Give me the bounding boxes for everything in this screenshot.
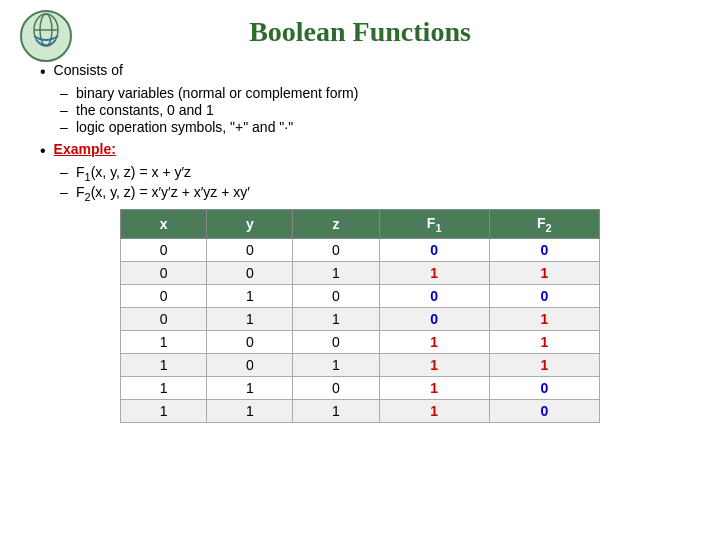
- table-cell: 1: [379, 331, 489, 354]
- formula-f1: F1(x, y, z) = x + y′z: [60, 164, 688, 183]
- table-cell: 0: [121, 285, 207, 308]
- table-cell: 0: [121, 262, 207, 285]
- table-cell: 1: [379, 354, 489, 377]
- table-cell: 0: [489, 400, 599, 423]
- page-header: Boolean Functions: [32, 16, 688, 48]
- table-cell: 0: [207, 331, 293, 354]
- list-item: binary variables (normal or complement f…: [60, 85, 688, 101]
- consists-label: Consists of: [54, 62, 123, 78]
- table-row: 00111: [121, 262, 600, 285]
- table-cell: 1: [207, 285, 293, 308]
- table-row: 11110: [121, 400, 600, 423]
- table-header-row: x y z F1 F2: [121, 209, 600, 239]
- table-row: 01000: [121, 285, 600, 308]
- table-cell: 1: [489, 354, 599, 377]
- table-cell: 1: [207, 400, 293, 423]
- col-header-f1: F1: [379, 209, 489, 239]
- page: Boolean Functions • Consists of binary v…: [0, 0, 720, 540]
- list-item: the constants, 0 and 1: [60, 102, 688, 118]
- table-cell: 1: [121, 331, 207, 354]
- table-cell: 1: [293, 400, 379, 423]
- table-cell: 1: [379, 400, 489, 423]
- col-header-x: x: [121, 209, 207, 239]
- table-row: 01101: [121, 308, 600, 331]
- page-title: Boolean Functions: [32, 16, 688, 48]
- formula-f2: F2(x, y, z) = x′y′z + x′yz + xy′: [60, 184, 688, 203]
- table-cell: 0: [293, 285, 379, 308]
- table-cell: 1: [379, 262, 489, 285]
- table-cell: 0: [489, 377, 599, 400]
- list-item: logic operation symbols, "+" and "·": [60, 119, 688, 135]
- table-cell: 1: [121, 354, 207, 377]
- consists-sublist: binary variables (normal or complement f…: [40, 85, 688, 135]
- bullet-dot-1: •: [40, 63, 46, 81]
- table-cell: 1: [293, 262, 379, 285]
- table-cell: 1: [489, 262, 599, 285]
- table-cell: 0: [379, 308, 489, 331]
- table-cell: 0: [293, 239, 379, 262]
- logo: [20, 10, 72, 62]
- table-row: 10111: [121, 354, 600, 377]
- table-cell: 1: [293, 354, 379, 377]
- table-cell: 0: [489, 285, 599, 308]
- col-header-y: y: [207, 209, 293, 239]
- table-cell: 0: [121, 239, 207, 262]
- table-cell: 1: [293, 308, 379, 331]
- table-cell: 1: [489, 331, 599, 354]
- table-cell: 1: [489, 308, 599, 331]
- table-row: 10011: [121, 331, 600, 354]
- table-cell: 0: [293, 331, 379, 354]
- table-row: 11010: [121, 377, 600, 400]
- table-cell: 1: [121, 400, 207, 423]
- table-cell: 0: [379, 285, 489, 308]
- example-section: • Example: F1(x, y, z) = x + y′z F2(x, y…: [40, 141, 688, 203]
- main-content: • Consists of binary variables (normal o…: [32, 62, 688, 423]
- truth-table: x y z F1 F2 0000000111010000110110011101…: [120, 209, 600, 424]
- table-cell: 0: [121, 308, 207, 331]
- table-cell: 1: [207, 377, 293, 400]
- formula-list: F1(x, y, z) = x + y′z F2(x, y, z) = x′y′…: [40, 164, 688, 203]
- example-label: Example:: [54, 141, 116, 157]
- table-cell: 0: [489, 239, 599, 262]
- table-cell: 0: [207, 239, 293, 262]
- table-cell: 0: [207, 354, 293, 377]
- bullet-dot-2: •: [40, 142, 46, 160]
- col-header-z: z: [293, 209, 379, 239]
- consists-section: • Consists of binary variables (normal o…: [40, 62, 688, 135]
- table-row: 00000: [121, 239, 600, 262]
- table-cell: 1: [207, 308, 293, 331]
- table-cell: 1: [379, 377, 489, 400]
- table-cell: 1: [121, 377, 207, 400]
- col-header-f2: F2: [489, 209, 599, 239]
- table-cell: 0: [293, 377, 379, 400]
- svg-point-0: [21, 11, 71, 61]
- table-cell: 0: [207, 262, 293, 285]
- table-cell: 0: [379, 239, 489, 262]
